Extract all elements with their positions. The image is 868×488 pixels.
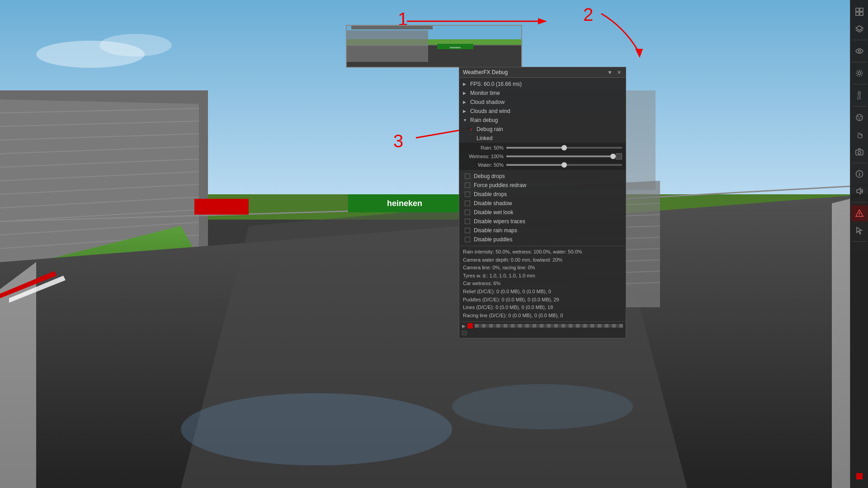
- sidebar-layers-icon[interactable]: [851, 21, 868, 37]
- status-line-5: Car wetness: 6%: [463, 280, 622, 288]
- status-line-4: Tyres w. d.: 1.0, 1.0, 1.0, 1.0 mm: [463, 272, 622, 280]
- rain-slider-track[interactable]: [506, 147, 622, 149]
- debug-rain-check: ✓: [469, 127, 475, 132]
- rain-label: Rain: 50%: [463, 145, 504, 150]
- wetness-slider-row: Wetness: 100%: [459, 152, 626, 161]
- monitor-time-label: Monitor time: [470, 90, 500, 96]
- disable-wipers-option[interactable]: Disable wipers traces: [459, 217, 626, 226]
- sidebar-hand-icon[interactable]: [851, 127, 868, 143]
- preview-window: heineken: [346, 25, 522, 68]
- sidebar-alert-red-icon[interactable]: [851, 205, 868, 221]
- linked-item[interactable]: Linked: [459, 134, 626, 143]
- sidebar-settings-icon[interactable]: [851, 65, 868, 81]
- sidebar-info-icon[interactable]: [851, 166, 868, 182]
- svg-text:heineken: heineken: [450, 46, 461, 49]
- sidebar-divider-1: [853, 40, 866, 40]
- disable-shadow-label: Disable shadow: [474, 200, 512, 206]
- wetness-lock-button[interactable]: [616, 153, 622, 160]
- svg-point-62: [858, 50, 860, 52]
- sidebar-cursor-icon[interactable]: [851, 222, 868, 239]
- disable-wet-look-checkbox[interactable]: [465, 210, 470, 215]
- sidebar-eye-icon[interactable]: [851, 43, 868, 59]
- progress-expand-icon[interactable]: ▶: [462, 324, 466, 328]
- svg-text:heineken: heineken: [387, 199, 422, 208]
- sidebar-red-square-icon[interactable]: [851, 468, 868, 484]
- svg-point-42: [181, 393, 452, 465]
- monitor-time-item[interactable]: ▶ Monitor time: [459, 89, 626, 98]
- status-line-3: Camera line: 0%, racing line: 0%: [463, 264, 622, 272]
- debug-drops-option[interactable]: Debug drops: [459, 172, 626, 181]
- svg-point-63: [858, 72, 861, 75]
- force-puddles-label: Force puddles redraw: [474, 182, 526, 188]
- rain-debug-arrow: ▼: [463, 118, 467, 122]
- disable-drops-option[interactable]: Disable drops: [459, 190, 626, 199]
- panel-title: WeatherFX Debug: [463, 69, 508, 75]
- sidebar-grid-icon[interactable]: [851, 4, 868, 20]
- svg-rect-60: [860, 12, 863, 15]
- svg-point-76: [859, 215, 860, 216]
- sidebar-side-label[interactable]: Side: [857, 87, 862, 103]
- status-line-7: Puddles (D/C/E): 0 (0.0 MB), 0 (0.0 MB),…: [463, 296, 622, 304]
- red-square: [856, 473, 863, 479]
- sidebar-divider-7: [853, 241, 866, 242]
- debug-panel: WeatherFX Debug ▼ ✕ ▶ FPS: 60.0 (16.66 m…: [459, 67, 626, 338]
- sidebar-divider-4: [853, 106, 866, 107]
- force-puddles-checkbox[interactable]: [465, 183, 470, 188]
- force-puddles-option[interactable]: Force puddles redraw: [459, 181, 626, 190]
- water-slider-track[interactable]: [506, 164, 622, 166]
- debug-drops-checkbox[interactable]: [465, 174, 470, 179]
- rain-slider-handle[interactable]: [561, 145, 567, 150]
- panel-close-button[interactable]: ✕: [616, 69, 622, 75]
- sidebar-paint-icon[interactable]: [851, 109, 868, 126]
- disable-wet-look-label: Disable wet look: [474, 209, 513, 216]
- svg-point-69: [858, 151, 861, 154]
- clouds-wind-label: Clouds and wind: [470, 108, 510, 114]
- progress-footer: [459, 330, 626, 336]
- clouds-wind-arrow: ▶: [463, 109, 467, 113]
- disable-wet-look-option[interactable]: Disable wet look: [459, 208, 626, 217]
- cloud-shadow-label: Cloud shadow: [470, 99, 505, 105]
- disable-drops-checkbox[interactable]: [465, 192, 470, 197]
- progress-bar-section: ▶: [459, 321, 626, 330]
- disable-rain-maps-checkbox[interactable]: [465, 228, 470, 233]
- sidebar-camera-icon[interactable]: [851, 144, 868, 160]
- disable-puddles-option[interactable]: Disable puddles: [459, 235, 626, 244]
- disable-shadow-checkbox[interactable]: [465, 201, 470, 206]
- svg-marker-77: [857, 227, 862, 234]
- cloud-shadow-item[interactable]: ▶ Cloud shadow: [459, 98, 626, 107]
- disable-drops-label: Disable drops: [474, 191, 507, 197]
- status-line-6: Relief (D/C/E): 0 (0.0 MB), 0 (0.0 MB), …: [463, 288, 622, 296]
- svg-point-65: [857, 116, 859, 117]
- fps-item[interactable]: ▶ FPS: 60.0 (16.66 ms): [459, 80, 626, 89]
- debug-rain-label: Debug rain: [476, 126, 503, 132]
- right-sidebar: Side: [850, 0, 868, 488]
- wetness-slider-track[interactable]: [506, 155, 613, 157]
- water-slider-handle[interactable]: [561, 162, 567, 168]
- svg-point-2: [99, 34, 172, 56]
- sidebar-sound-icon[interactable]: [851, 183, 868, 199]
- wetness-slider-handle[interactable]: [610, 154, 616, 159]
- sidebar-divider-5: [853, 163, 866, 163]
- clouds-wind-item[interactable]: ▶ Clouds and wind: [459, 107, 626, 116]
- disable-shadow-option[interactable]: Disable shadow: [459, 199, 626, 208]
- disable-wipers-checkbox[interactable]: [465, 219, 470, 224]
- scene-svg: heineken: [0, 0, 868, 488]
- panel-pin-button[interactable]: ▼: [607, 69, 613, 75]
- status-section: Rain intensity: 50.0%, wetness: 100.0%, …: [459, 246, 626, 321]
- rain-slider-fill: [506, 147, 564, 149]
- svg-point-67: [859, 118, 860, 120]
- disable-rain-maps-option[interactable]: Disable rain maps: [459, 226, 626, 235]
- svg-rect-53: [351, 26, 433, 29]
- debug-rain-item[interactable]: ✓ Debug rain: [459, 125, 626, 134]
- progress-footer-box: [462, 331, 467, 335]
- panel-controls: ▼ ✕: [607, 69, 622, 75]
- background-scene: heineken 1 2 3: [0, 0, 868, 488]
- disable-puddles-checkbox[interactable]: [465, 237, 470, 242]
- rain-debug-item[interactable]: ▼ Rain debug: [459, 116, 626, 125]
- disable-rain-maps-label: Disable rain maps: [474, 227, 517, 234]
- svg-point-43: [452, 384, 633, 429]
- svg-point-72: [859, 172, 860, 173]
- status-line-1: Rain intensity: 50.0%, wetness: 100.0%, …: [463, 248, 622, 256]
- rain-debug-label: Rain debug: [470, 117, 498, 123]
- svg-rect-57: [856, 8, 859, 11]
